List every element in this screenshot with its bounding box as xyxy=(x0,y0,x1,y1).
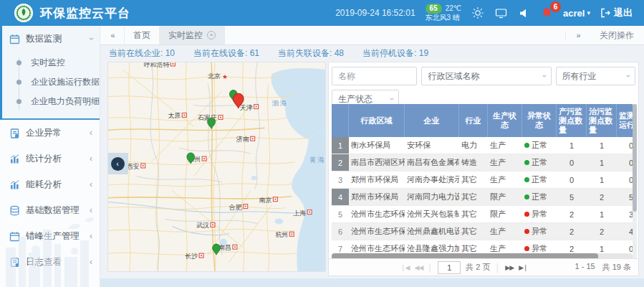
cell-production-status: 限产 xyxy=(488,189,522,205)
prev-page-button[interactable]: ◀◀ xyxy=(414,264,423,271)
sidebar-group-toggle-3[interactable]: 能耗分析‹ xyxy=(0,171,100,197)
cell-company: 河南办事处演示 xyxy=(405,171,459,188)
sidebar-group-5: 错峰生产管理‹ xyxy=(0,223,100,249)
sidebar-group-toggle-0[interactable]: 数据监测‹ xyxy=(2,26,100,52)
svg-text:长沙: 长沙 xyxy=(185,253,198,260)
sun-weather-icon xyxy=(471,6,484,19)
calendar-icon xyxy=(9,231,20,242)
sea-label: 渤海 xyxy=(271,99,288,107)
first-page-button[interactable]: ❘◀ xyxy=(400,264,409,271)
tab-home[interactable]: 首页 xyxy=(125,26,160,44)
column-header-1[interactable]: 行政区域 xyxy=(349,104,405,137)
aqi-badge: 65 xyxy=(426,4,442,14)
column-header-7[interactable]: 治污监测点数量 xyxy=(587,104,617,137)
cell-company: 南昌有色金属有限 xyxy=(405,154,459,171)
chevron-down-icon: ‹ xyxy=(539,75,548,77)
cell-region: 郑州市环保局 xyxy=(349,189,405,205)
sidebar-subitem-0-0[interactable]: 实时监控 xyxy=(2,53,100,72)
database-icon xyxy=(9,205,20,216)
status-dot-icon xyxy=(524,212,529,217)
cell-produce-points: 0 xyxy=(557,171,587,188)
close-operations-button[interactable]: 关闭操作 xyxy=(590,29,644,42)
tab-bar: « 首页 实时监控 × » 关闭操作 xyxy=(100,26,644,45)
table-row-6[interactable]: 6沧州市生态环保局沧州鼎鑫机电设备其它生产异常224 xyxy=(332,223,637,240)
sidebar-group-6: +日志查看‹ xyxy=(0,249,100,275)
tabs-scroll-right-button[interactable]: » xyxy=(565,31,590,39)
cell-treat-points: 1 xyxy=(587,154,617,171)
sidebar-subitem-0-1[interactable]: 企业设施运行数据 xyxy=(2,72,100,92)
chevron-icon: ‹ xyxy=(90,231,92,241)
user-menu[interactable]: acrel ▾ xyxy=(563,8,590,19)
table-row-4[interactable]: 4郑州市环保局河南同力电力设备其它限产正常525 xyxy=(332,189,637,206)
table-vertical-scrollbar[interactable] xyxy=(633,104,637,259)
tab-close-icon[interactable]: × xyxy=(207,31,216,39)
weather-widget: 65 22℃ 东北风3 晴 xyxy=(426,4,461,22)
row-range-label: 1 - 15 xyxy=(575,262,595,273)
column-header-0[interactable] xyxy=(332,104,349,137)
chevron-down-icon: ▾ xyxy=(587,9,590,17)
svg-text:呼和浩特: 呼和浩特 xyxy=(144,62,170,68)
sidebar-group-4: 基础数据管理‹ xyxy=(0,197,100,223)
map-panel[interactable]: 渤海黄海 呼和浩特北京★天津太原石家庄济南西安郑州南京合肥上海武汉杭州长沙南昌 … xyxy=(107,62,326,272)
industry-select[interactable]: 所有行业 ‹ xyxy=(556,67,635,85)
status-dot-icon xyxy=(524,160,529,165)
table-row-1[interactable]: 1衡水环保局安环保电力生产正常110 xyxy=(332,137,637,154)
name-search-input[interactable] xyxy=(338,71,410,81)
chevron-left-icon: ‹ xyxy=(111,157,125,171)
sidebar-group-toggle-4[interactable]: 基础数据管理‹ xyxy=(0,197,100,223)
tab-realtime-monitor[interactable]: 实时监控 × xyxy=(160,26,225,44)
status-dot-icon xyxy=(524,246,529,251)
cell-produce-points: 0 xyxy=(557,154,587,171)
cell-treat-points: 2 xyxy=(587,223,617,240)
sidebar-group-toggle-2[interactable]: 统计分析‹ xyxy=(0,146,100,171)
column-header-2[interactable]: 企业 xyxy=(405,104,459,137)
table-header-row: 行政区域企业行业生产状态异常状态产污监测点数量治污监测点数量监测点运行 xyxy=(332,104,637,137)
row-number: 1 xyxy=(332,137,349,154)
cell-company: 沧州天兴包装制品 xyxy=(405,206,459,222)
cell-region: 沧州市生态环保局 xyxy=(349,223,405,240)
clipboard-icon: ! xyxy=(9,128,20,138)
svg-text:西安: 西安 xyxy=(127,163,140,170)
notification-bell-icon[interactable]: 6 xyxy=(540,6,553,19)
chevron-icon: ‹ xyxy=(86,37,96,40)
column-header-5[interactable]: 异常状态 xyxy=(522,104,557,137)
page-number-input[interactable] xyxy=(438,261,461,274)
cell-abnormal-status: 正常 xyxy=(522,171,557,188)
row-number: 2 xyxy=(332,154,349,171)
panel-collapse-button[interactable]: ‹ xyxy=(107,153,128,174)
table-row-2[interactable]: 2南昌市西湖区环保局南昌有色金属有限铸造生产正常010 xyxy=(332,154,637,171)
svg-text:+: + xyxy=(16,263,18,267)
cell-treat-points: 1 xyxy=(587,171,617,188)
cell-region: 衡水环保局 xyxy=(349,137,405,154)
monitor-icon[interactable] xyxy=(494,6,507,19)
notification-count-badge[interactable]: 6 xyxy=(550,1,561,12)
last-page-button[interactable]: ▶❘ xyxy=(519,264,527,271)
svg-text:太原: 太原 xyxy=(168,112,181,119)
row-number: 3 xyxy=(332,171,349,188)
region-select[interactable]: 行政区域名称 ‹ xyxy=(421,67,551,85)
cell-abnormal-status: 异常 xyxy=(522,223,557,240)
next-page-button[interactable]: ▶▶ xyxy=(505,264,514,271)
sidebar-group-1: !企业异常‹ xyxy=(0,120,100,146)
log-icon: + xyxy=(9,257,20,268)
sidebar-group-toggle-1[interactable]: !企业异常‹ xyxy=(0,120,100,146)
logout-icon xyxy=(600,8,610,18)
datetime-display: 2019-09-24 16:52:01 xyxy=(335,8,415,18)
cell-produce-points: 2 xyxy=(557,206,587,222)
sidebar-subitem-0-2[interactable]: 企业电力负荷明细 xyxy=(2,92,100,111)
column-header-4[interactable]: 生产状态 xyxy=(488,104,522,137)
sidebar-group-toggle-5[interactable]: 错峰生产管理‹ xyxy=(0,223,100,249)
cell-produce-points: 1 xyxy=(557,137,587,154)
logout-button[interactable]: 退出 xyxy=(600,6,633,19)
speaker-icon[interactable] xyxy=(517,6,530,19)
cell-company: 河南同力电力设备 xyxy=(405,189,459,205)
tabs-scroll-left-button[interactable]: « xyxy=(100,26,125,44)
cell-produce-points: 5 xyxy=(557,189,587,205)
name-search-field[interactable] xyxy=(332,67,417,85)
column-header-6[interactable]: 产污监测点数量 xyxy=(557,104,587,137)
table-row-3[interactable]: 3郑州市环保局河南办事处演示其它生产正常010 xyxy=(332,171,637,189)
sidebar-group-toggle-6[interactable]: +日志查看‹ xyxy=(0,249,100,275)
table-row-5[interactable]: 5沧州市生态环保局沧州天兴包装制品其它限产异常213 xyxy=(332,206,637,223)
column-header-3[interactable]: 行业 xyxy=(459,104,488,137)
sidebar-group-3: 能耗分析‹ xyxy=(0,171,100,197)
